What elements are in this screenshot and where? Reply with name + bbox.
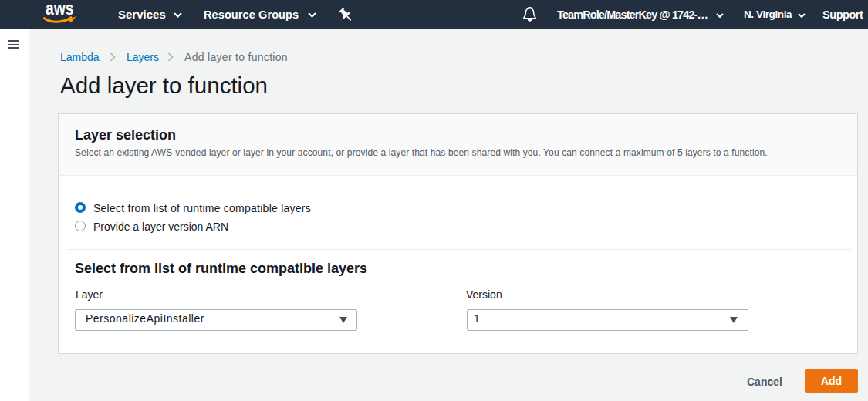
- svg-text:aws: aws: [46, 2, 74, 19]
